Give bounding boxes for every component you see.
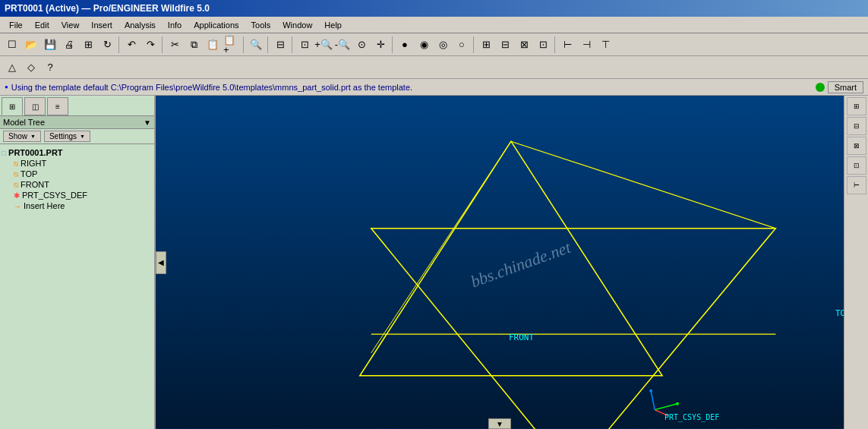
svg-point-10: [649, 390, 652, 393]
paste-button[interactable]: 📋: [204, 36, 222, 54]
show-button[interactable]: Show: [3, 131, 41, 142]
smart-indicator: [816, 83, 825, 92]
tree-item-top[interactable]: ⧅TOP: [2, 169, 153, 179]
view4-icon: ⊡: [539, 39, 548, 49]
view4-button[interactable]: ⊡: [534, 36, 552, 54]
sep1: [118, 36, 120, 53]
sketch2-icon: ◇: [27, 62, 35, 72]
svg-rect-0: [156, 96, 844, 428]
right-sidebar-btn-1[interactable]: ⊟: [847, 117, 866, 135]
view3-button[interactable]: ⊠: [515, 36, 533, 54]
sep2: [162, 36, 163, 53]
print-icon: 🖨: [65, 39, 74, 49]
cut-button[interactable]: ✂: [166, 36, 184, 54]
save-button[interactable]: 💾: [41, 36, 59, 54]
open-button[interactable]: 📂: [22, 36, 40, 54]
menu-item-applications[interactable]: Applications: [188, 19, 245, 31]
tree-label-front: FRONT: [21, 180, 49, 189]
right-sidebar-btn-0[interactable]: ⊞: [847, 97, 866, 115]
viewport-scroll-bottom[interactable]: ▼: [488, 418, 511, 429]
tree-item-root[interactable]: □PRT0001.PRT: [2, 147, 153, 158]
undo-stack-icon: ⊞: [84, 39, 93, 49]
zoom-in-button[interactable]: +🔍: [314, 36, 333, 54]
print-button[interactable]: 🖨: [60, 36, 78, 54]
menu-item-help[interactable]: Help: [318, 19, 348, 31]
tree-icon-csys: ✱: [14, 191, 20, 200]
sketch2-button[interactable]: ◇: [22, 58, 40, 77]
undo-button[interactable]: ↶: [122, 36, 140, 54]
tab-properties[interactable]: ≡: [47, 97, 68, 115]
display3-button[interactable]: ◎: [434, 36, 452, 54]
menu-item-tools[interactable]: Tools: [245, 19, 277, 31]
smart-button[interactable]: Smart: [828, 81, 863, 93]
search-icon: 🔍: [250, 39, 262, 49]
zoom-out-icon: -🔍: [335, 39, 350, 49]
tree-item-csys[interactable]: ✱PRT_CSYS_DEF: [2, 190, 153, 200]
menu-item-file[interactable]: File: [3, 19, 29, 31]
toolbar-2: △◇?: [0, 56, 868, 79]
right-sidebar-btn-4[interactable]: ⊢: [847, 176, 866, 194]
menu-item-view[interactable]: View: [55, 19, 86, 31]
window-manager-icon: ⊟: [276, 39, 285, 49]
right-sidebar-btn-2[interactable]: ⊠: [847, 137, 866, 155]
menu-item-insert[interactable]: Insert: [85, 19, 118, 31]
sep4: [267, 36, 269, 53]
redo-icon: ↷: [147, 39, 155, 49]
sketch3-icon: ?: [47, 62, 52, 72]
paste-icon: 📋: [207, 39, 219, 49]
3d-viewport[interactable]: TOP FRONT PRT_CSYS_DEF bbs.chinade.net ◀…: [156, 96, 844, 429]
search-button[interactable]: 🔍: [247, 36, 265, 54]
new-button[interactable]: ☐: [3, 36, 21, 54]
svg-point-9: [676, 402, 679, 405]
menu-item-edit[interactable]: Edit: [29, 19, 55, 31]
menu-item-info[interactable]: Info: [162, 19, 188, 31]
tree-item-front[interactable]: ⧅FRONT: [2, 179, 153, 190]
sep8: [554, 36, 556, 53]
tree-item-right[interactable]: ⧅RIGHT: [2, 158, 153, 169]
window-manager-button[interactable]: ⊟: [271, 36, 289, 54]
right-tools3-button[interactable]: ⊤: [596, 36, 614, 54]
model-tree-controls: Show Settings: [0, 129, 154, 144]
undo-stack-button[interactable]: ⊞: [79, 36, 97, 54]
view3-icon: ⊠: [520, 39, 529, 49]
tree-icon-insert: →: [14, 202, 21, 210]
display2-button[interactable]: ◉: [415, 36, 433, 54]
right-tools1-button[interactable]: ⊢: [558, 36, 576, 54]
menu-item-analysis[interactable]: Analysis: [118, 19, 162, 31]
tree-label-root: PRT0001.PRT: [8, 148, 63, 157]
sketch1-button[interactable]: △: [3, 58, 21, 77]
copy-button[interactable]: ⧉: [185, 36, 203, 54]
sketch3-button[interactable]: ?: [41, 58, 59, 77]
view2-button[interactable]: ⊟: [496, 36, 514, 54]
viewport-scroll-left[interactable]: ◀: [156, 251, 166, 274]
pan-button[interactable]: ✛: [371, 36, 390, 54]
zoom-in-icon: +🔍: [314, 39, 333, 49]
display1-button[interactable]: ●: [396, 36, 414, 54]
redo-button[interactable]: ↷: [141, 36, 159, 54]
title-text: PRT0001 (Active) — Pro/ENGINEER Wildfire…: [5, 3, 210, 14]
paste-special-button[interactable]: 📋+: [223, 36, 241, 54]
pan-icon: ✛: [377, 39, 385, 49]
display1-icon: ●: [402, 39, 408, 49]
right-tools2-button[interactable]: ⊣: [577, 36, 595, 54]
settings-button[interactable]: Settings: [44, 131, 90, 142]
save-icon: 💾: [44, 39, 56, 49]
model-tree-collapse[interactable]: ▼: [144, 118, 151, 127]
menu-item-window[interactable]: Window: [276, 19, 318, 31]
tree-label-csys: PRT_CSYS_DEF: [22, 191, 87, 200]
regenerate-button[interactable]: ↻: [98, 36, 116, 54]
tree-label-top: TOP: [21, 169, 37, 178]
viewport-svg: [156, 96, 844, 429]
display4-button[interactable]: ○: [453, 36, 471, 54]
view1-button[interactable]: ⊞: [477, 36, 495, 54]
right-tools3-icon: ⊤: [601, 39, 610, 49]
zoom-out-button[interactable]: -🔍: [333, 36, 352, 54]
tab-tree[interactable]: ⊞: [2, 97, 23, 115]
right-sidebar-btn-3[interactable]: ⊡: [847, 156, 866, 175]
status-dot: ●: [5, 84, 8, 90]
zoom-other-button[interactable]: ⊙: [352, 36, 371, 54]
tree-item-insert[interactable]: →Insert Here: [2, 200, 153, 211]
status-message: Using the template default C:\Program Fi…: [11, 83, 412, 92]
refit-button[interactable]: ⊡: [295, 36, 314, 54]
tab-layers[interactable]: ◫: [24, 97, 46, 115]
